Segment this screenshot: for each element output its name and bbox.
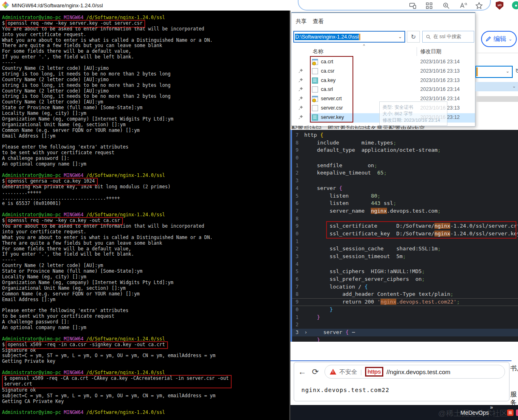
- column-header-name[interactable]: 名称: [313, 48, 323, 55]
- back-icon[interactable]: ←: [298, 367, 306, 377]
- terminal-output-line: If you enter '.', the field will be left…: [2, 54, 290, 60]
- terminal-blank-line: [2, 302, 290, 308]
- chevron-down-icon[interactable]: ⌄: [398, 34, 402, 39]
- terminal-command-line: server.crt: [4, 381, 229, 387]
- refresh-button[interactable]: ↻: [407, 31, 420, 43]
- refresh-icon[interactable]: ↻: [515, 67, 518, 75]
- terminal-output-line: Getting CA Private Key: [2, 399, 290, 405]
- code-line[interactable]: 1 sendfile on;: [292, 162, 518, 170]
- pin-icon[interactable]: [298, 68, 303, 73]
- code-line[interactable]: 2: [292, 321, 518, 329]
- terminal-output-line: Please enter the following 'extra' attri…: [2, 144, 290, 150]
- terminal-output-line: into your certificate request.: [2, 229, 290, 235]
- code-line[interactable]: 9 default_type application/octet-stream;: [292, 146, 518, 154]
- terminal-output-line: to be sent with your certificate request: [2, 314, 290, 319]
- ublock-origin-icon[interactable]: uO: [496, 1, 503, 10]
- code-line[interactable]: 0 ssl_certificate_key D:/Software/nginx-…: [292, 230, 518, 238]
- code-line[interactable]: 3› server { ⋯: [292, 329, 518, 336]
- pin-icon[interactable]: [298, 86, 303, 92]
- code-line[interactable]: 7 server_name nginx.devops.test.com;: [292, 207, 518, 215]
- refresh-icon[interactable]: ⟳: [312, 367, 319, 377]
- devices-icon[interactable]: [409, 2, 417, 10]
- partial-selected-row[interactable]: ⌄: [475, 82, 518, 91]
- line-number: 2: [292, 321, 299, 329]
- line-number: 3: [292, 177, 299, 185]
- annotation-red-box-command: openssl genrsa -out ca.key 1024: [6, 178, 98, 185]
- terminal-output-line: Country Name (2 letter code) [AU]:yimo: [2, 66, 290, 71]
- pin-icon[interactable]: [298, 105, 303, 110]
- pencil-icon: [486, 36, 491, 42]
- menu-share[interactable]: 共享: [296, 18, 307, 25]
- line-number: 3: [292, 329, 299, 336]
- file-date: 2023/10/16 23:13: [420, 78, 460, 83]
- terminal-output-line: into your certificate request.: [2, 32, 290, 38]
- pin-icon[interactable]: [298, 96, 303, 101]
- not-secure-label: 不安全: [340, 368, 357, 376]
- code-line[interactable]: 6 ssl_prefer_server_ciphers on;: [292, 276, 518, 283]
- line-number: 6: [292, 200, 299, 207]
- code-line[interactable]: 9 return 200 'nginx.devops.test.com22';: [292, 298, 518, 306]
- file-date: 2023/10/16 23:13: [420, 68, 460, 74]
- code-line[interactable]: 3 ssl_session_timeout 5m;: [292, 253, 518, 261]
- terminal-output-line: Please enter the following 'extra' attri…: [2, 308, 290, 314]
- terminal-titlebar[interactable]: MINGW64:/d/Software/nginx-1.24.0/ssl: [0, 0, 290, 11]
- line-number: 6: [292, 276, 299, 283]
- code-line[interactable]: 5 ssl_ciphers HIGH:!aNULL:!MD5;: [292, 268, 518, 276]
- code-line[interactable]: 5 listen 80;: [292, 192, 518, 200]
- terminal-blank-line: [2, 139, 290, 145]
- file-explorer-window: 共享 查看 D:\Software\nginx-1.24.0\ssl ⌄ ↻ 在…: [291, 12, 475, 127]
- line-number: 4: [292, 261, 299, 268]
- code-line[interactable]: 9 ssl_certificate D:/Software/nginx-1.24…: [292, 222, 518, 230]
- code-line[interactable]: 7http {: [292, 131, 518, 139]
- terminal-screen[interactable]: Administrator@yimo-pc MINGW64 /d/Softwar…: [0, 11, 290, 420]
- code-line[interactable]: 4: [292, 261, 518, 268]
- code-line[interactable]: 4 server {: [292, 185, 518, 192]
- address-bar-input[interactable]: D:\Software\nginx-1.24.0\ssl ⌄: [293, 31, 405, 43]
- read-aloud-icon[interactable]: [459, 2, 467, 10]
- terminal-command-wrapped: $ openssl x509 -req -CA ca.crt -CAkey ca…: [2, 376, 290, 388]
- struck-https: https: [368, 368, 381, 375]
- zoom-in-icon[interactable]: [442, 2, 450, 10]
- code-line[interactable]: 7 location / {: [292, 283, 518, 291]
- terminal-output-line: State or Province Name (full name) [Some…: [2, 105, 290, 111]
- mini-address-bar[interactable]: ! 不安全 | https //nginx.devops.test.com: [325, 365, 505, 379]
- qr-grid-icon[interactable]: [425, 2, 433, 10]
- terminal-output-line: For some fields there will be a default …: [2, 49, 290, 54]
- line-number: 8: [292, 139, 299, 147]
- partial-address-input[interactable]: ⌄: [475, 66, 513, 78]
- code-line[interactable]: 8 include mime.types;: [292, 139, 518, 147]
- annotation-red-box-command: $ openssl x509 -req -CA ca.crt -CAkey ca…: [2, 375, 232, 388]
- pin-icon[interactable]: [298, 114, 303, 120]
- column-separator[interactable]: [417, 47, 417, 56]
- code-line[interactable]: }: [292, 336, 518, 342]
- menu-view[interactable]: 查看: [313, 18, 324, 25]
- line-number: 9: [292, 299, 299, 306]
- code-line[interactable]: 0 }: [292, 306, 518, 314]
- pin-icon[interactable]: [298, 78, 303, 83]
- annotation-red-box-https: https: [365, 367, 383, 377]
- code-line[interactable]: 2 ssl_session_cache shared:SSL:1m;: [292, 245, 518, 253]
- code-line[interactable]: 0: [292, 154, 518, 162]
- code-line[interactable]: 3: [292, 177, 518, 185]
- search-input[interactable]: 在 ssl 中搜索: [422, 31, 474, 43]
- terminal-command-line: $ openssl x509 -req -CA ca.crt -CAkey ca…: [4, 376, 229, 381]
- code-line[interactable]: 1: [292, 238, 518, 246]
- terminal-output-line: If you enter '.', the field will be left…: [2, 252, 290, 257]
- terminal-output-line: A challenge password []:: [2, 319, 290, 325]
- terminal-output-line: Signature ok: [2, 388, 290, 393]
- column-header-date[interactable]: 修改日期: [420, 48, 441, 55]
- terminal-output-line: What you are about to enter is what is c…: [2, 235, 290, 241]
- code-line[interactable]: 2 keepalive_timeout 65;: [292, 169, 518, 177]
- terminal-output-line: Country Name (2 letter code) [AU]:yimo: [2, 77, 290, 83]
- edit-button[interactable]: 编辑 ⌄: [481, 31, 517, 47]
- code-line[interactable]: 6 listen 443 ssl;: [292, 200, 518, 207]
- code-line[interactable]: 1 }: [292, 314, 518, 321]
- chevron-down-icon: ⌄: [508, 37, 512, 42]
- terminal-command-line: $ openssl req -new -key ca.key -out ca.c…: [2, 218, 290, 224]
- code-line[interactable]: 8 add_header Content-Type text/plain;: [292, 291, 518, 298]
- page-response-text: nginx.devops.test.com22: [301, 387, 389, 393]
- code-editor[interactable]: 7http {8 include mime.types;9 default_ty…: [290, 130, 518, 342]
- extension-icon[interactable]: ●: [512, 1, 518, 9]
- code-line[interactable]: 8: [292, 215, 518, 223]
- favorites-star-icon[interactable]: [475, 2, 483, 10]
